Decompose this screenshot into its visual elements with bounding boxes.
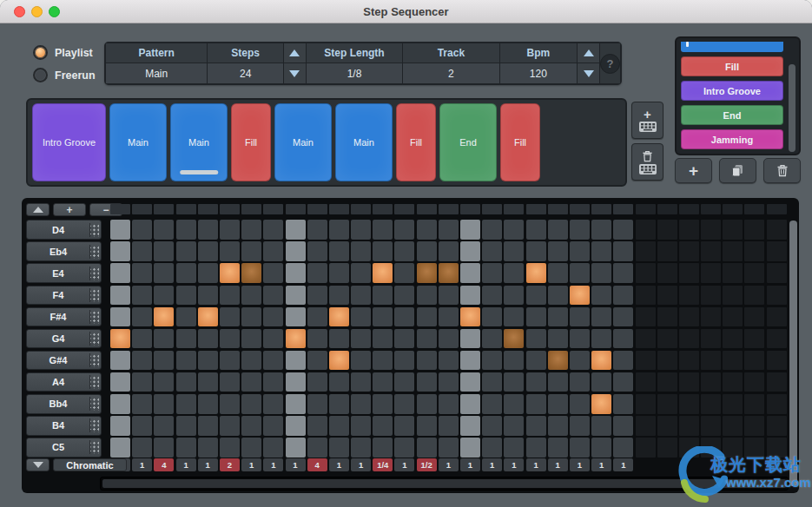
repeat-count-cell[interactable]: 1 bbox=[460, 458, 480, 471]
step-cell[interactable] bbox=[613, 241, 633, 261]
step-length-value[interactable]: 1/8 bbox=[307, 63, 402, 83]
drag-handle-icon[interactable] bbox=[89, 418, 99, 432]
step-cell[interactable] bbox=[504, 220, 524, 240]
vertical-scrollbar-track[interactable] bbox=[789, 221, 797, 486]
step-cell[interactable] bbox=[132, 394, 152, 414]
step-cell[interactable] bbox=[417, 394, 437, 414]
step-cell[interactable] bbox=[329, 263, 349, 283]
scroll-rows-down-button[interactable] bbox=[26, 458, 50, 471]
step-cell[interactable] bbox=[176, 329, 196, 349]
step-cell[interactable] bbox=[417, 438, 437, 458]
step-cell[interactable] bbox=[263, 416, 283, 436]
note-cell[interactable] bbox=[198, 307, 218, 327]
step-cell[interactable] bbox=[154, 416, 174, 436]
step-cell[interactable] bbox=[176, 351, 196, 371]
playlist-pattern-block[interactable]: Main bbox=[170, 103, 228, 181]
step-cell[interactable] bbox=[220, 416, 240, 436]
repeat-count-cell[interactable]: 1 bbox=[439, 458, 459, 471]
note-cell[interactable] bbox=[286, 329, 306, 349]
step-cell[interactable] bbox=[570, 351, 590, 371]
step-cell[interactable] bbox=[439, 351, 459, 371]
step-cell[interactable] bbox=[132, 241, 152, 261]
step-cell[interactable] bbox=[286, 286, 306, 306]
scroll-rows-up-button[interactable] bbox=[26, 203, 50, 216]
step-cell[interactable] bbox=[526, 307, 546, 327]
step-cell[interactable] bbox=[417, 241, 437, 261]
step-cell[interactable] bbox=[351, 372, 371, 392]
note-cell[interactable] bbox=[373, 263, 393, 283]
step-cell[interactable] bbox=[394, 263, 414, 283]
note-cell[interactable] bbox=[241, 263, 261, 283]
step-cell[interactable] bbox=[439, 286, 459, 306]
step-cell[interactable] bbox=[286, 372, 306, 392]
step-cell[interactable] bbox=[176, 438, 196, 458]
step-cell[interactable] bbox=[220, 307, 240, 327]
step-cell[interactable] bbox=[154, 372, 174, 392]
note-cell[interactable] bbox=[591, 394, 611, 414]
note-cell[interactable] bbox=[548, 351, 568, 371]
step-cell[interactable] bbox=[154, 351, 174, 371]
step-cell[interactable] bbox=[439, 416, 459, 436]
step-cell[interactable] bbox=[220, 394, 240, 414]
step-cell[interactable] bbox=[613, 286, 633, 306]
step-cell[interactable] bbox=[351, 241, 371, 261]
step-cell[interactable] bbox=[263, 438, 283, 458]
step-cell[interactable] bbox=[417, 351, 437, 371]
step-cell[interactable] bbox=[613, 394, 633, 414]
step-cell[interactable] bbox=[220, 438, 240, 458]
note-label[interactable]: Bb4 bbox=[26, 394, 102, 414]
step-cell[interactable] bbox=[394, 438, 414, 458]
step-cell[interactable] bbox=[154, 286, 174, 306]
pattern-bank-item[interactable]: Fill bbox=[681, 56, 783, 76]
step-cell[interactable] bbox=[460, 263, 480, 283]
step-cell[interactable] bbox=[110, 351, 130, 371]
step-cell[interactable] bbox=[613, 351, 633, 371]
bank-scrollbar-track[interactable] bbox=[789, 64, 795, 152]
bpm-down-button[interactable] bbox=[578, 63, 599, 83]
note-label[interactable]: F#4 bbox=[26, 307, 102, 327]
step-cell[interactable] bbox=[329, 394, 349, 414]
step-cell[interactable] bbox=[351, 307, 371, 327]
step-cell[interactable] bbox=[373, 286, 393, 306]
step-cell[interactable] bbox=[373, 394, 393, 414]
step-cell[interactable] bbox=[548, 307, 568, 327]
step-cell[interactable] bbox=[307, 220, 327, 240]
step-cell[interactable] bbox=[570, 394, 590, 414]
step-cell[interactable] bbox=[591, 286, 611, 306]
step-cell[interactable] bbox=[548, 220, 568, 240]
step-cell[interactable] bbox=[482, 351, 502, 371]
note-label[interactable]: B4 bbox=[26, 416, 102, 436]
repeat-count-cell[interactable]: 1 bbox=[351, 458, 371, 471]
step-cell[interactable] bbox=[570, 307, 590, 327]
step-cell[interactable] bbox=[417, 286, 437, 306]
step-cell[interactable] bbox=[154, 220, 174, 240]
note-cell[interactable] bbox=[591, 351, 611, 371]
step-cell[interactable] bbox=[526, 286, 546, 306]
freerun-radio[interactable] bbox=[33, 68, 48, 82]
step-cell[interactable] bbox=[373, 241, 393, 261]
step-cell[interactable] bbox=[460, 394, 480, 414]
step-cell[interactable] bbox=[351, 329, 371, 349]
steps-up-button[interactable] bbox=[284, 43, 306, 63]
step-cell[interactable] bbox=[613, 329, 633, 349]
step-cell[interactable] bbox=[263, 329, 283, 349]
step-cell[interactable] bbox=[504, 438, 524, 458]
step-cell[interactable] bbox=[417, 416, 437, 436]
playlist-remove-button[interactable] bbox=[631, 143, 663, 181]
step-cell[interactable] bbox=[241, 416, 261, 436]
step-cell[interactable] bbox=[241, 241, 261, 261]
step-cell[interactable] bbox=[198, 220, 218, 240]
step-cell[interactable] bbox=[263, 372, 283, 392]
step-cell[interactable] bbox=[439, 329, 459, 349]
note-label[interactable]: G#4 bbox=[26, 351, 102, 371]
step-cell[interactable] bbox=[154, 263, 174, 283]
bank-scrollbar-thumb[interactable] bbox=[789, 64, 795, 152]
step-cell[interactable] bbox=[286, 438, 306, 458]
close-button[interactable] bbox=[14, 6, 25, 17]
step-cell[interactable] bbox=[329, 286, 349, 306]
repeat-count-cell[interactable]: 1 bbox=[613, 458, 633, 471]
step-cell[interactable] bbox=[504, 351, 524, 371]
step-cell[interactable] bbox=[132, 416, 152, 436]
step-cell[interactable] bbox=[548, 372, 568, 392]
step-cell[interactable] bbox=[220, 372, 240, 392]
